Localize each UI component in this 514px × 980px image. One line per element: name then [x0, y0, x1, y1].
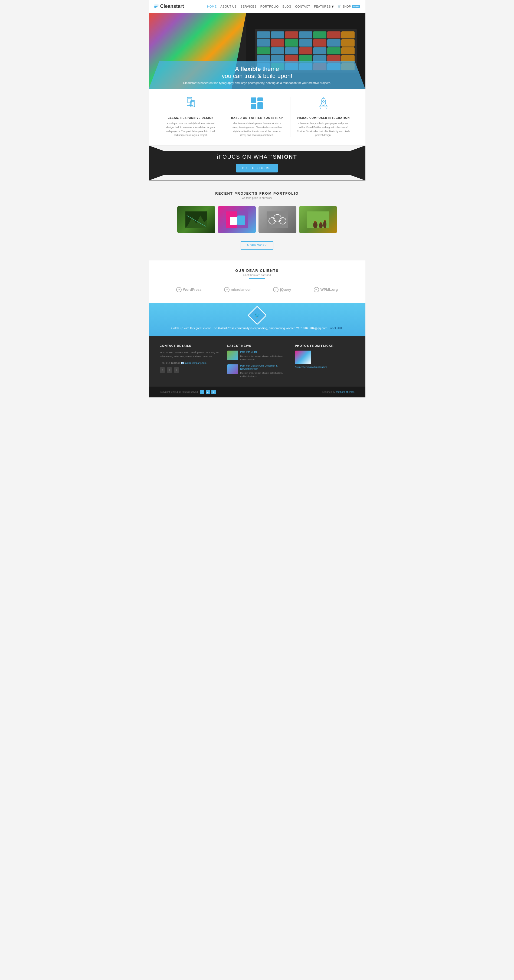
- logo[interactable]: Cleanstart: [154, 3, 184, 9]
- feature-composer-desc: Cleanstart lets you build your pages and…: [297, 122, 350, 137]
- copyright-text: Copyright ©2014 all rights reserved: [160, 391, 198, 393]
- hero-description: Cleanstart is based on fine typography a…: [154, 81, 360, 85]
- svg-rect-24: [237, 215, 245, 225]
- footer-phone: (+36) 210 1234567 📧 mail@company.com: [160, 361, 219, 365]
- clients-title: OUR DEAR CLIENTS: [154, 269, 360, 273]
- hero-title: A flexible theme you can trust & build u…: [154, 65, 360, 80]
- portfolio-image-3: [258, 206, 296, 233]
- portfolio-item-1[interactable]: [177, 206, 215, 233]
- logo-text: Cleanstart: [160, 3, 184, 9]
- feature-composer: Visual Composer Integration Cleanstart l…: [294, 97, 353, 137]
- clients-subtitle: all of them are satisfied: [154, 274, 360, 277]
- mobile-icon: [183, 97, 199, 113]
- portfolio-item-4[interactable]: [299, 206, 337, 233]
- client-wordpress: W WordPress: [176, 287, 201, 293]
- portfolio-image-2: [218, 206, 256, 233]
- clients-logos: W WordPress m microlancer j jQuery W WPM…: [154, 284, 360, 295]
- footer-bottom-facebook-icon[interactable]: f: [200, 390, 204, 394]
- new-badge: NEW!: [352, 5, 360, 8]
- nav-contact[interactable]: CONTACT: [295, 5, 310, 8]
- hero-title-bold: flexible: [240, 65, 261, 72]
- client-jquery: j jQuery: [273, 287, 291, 293]
- hero-section: A flexible theme you can trust & build u…: [149, 13, 365, 89]
- portfolio-grid: [154, 206, 360, 233]
- footer-social-icons: f t p: [160, 368, 219, 373]
- feature-composer-title: Visual Composer Integration: [297, 116, 350, 119]
- footer-contact-title: CONTACT DETAILS: [160, 344, 219, 347]
- feature-bootstrap: BASED ON TWITTER BOOTSTRAP The front-end…: [228, 97, 286, 137]
- hero-overlay: A flexible theme you can trust & build u…: [149, 60, 365, 89]
- footer-email[interactable]: mail@company.com: [185, 362, 207, 364]
- svg-rect-23: [230, 217, 237, 225]
- wpml-icon: W: [314, 287, 319, 293]
- chevron-down-icon: ▾: [331, 4, 334, 9]
- news-excerpt-2: Duis est enim, feugiat sit amet sollicit…: [240, 371, 287, 378]
- footer: CONTACT DETAILS PLETHORA THEMES Web Deve…: [149, 336, 365, 387]
- footer-news-title: LATEST NEWS: [228, 344, 287, 347]
- flickr-link[interactable]: Duis est enim mattis interdum...: [295, 366, 355, 368]
- flickr-image: [295, 351, 311, 364]
- portfolio-section: RECENT PROJECTS FROM PORTFOLIO we take p…: [149, 181, 365, 261]
- feature-bootstrap-desc: The front-end development framework with…: [231, 122, 284, 137]
- credit-link[interactable]: Plethora Themes: [336, 391, 354, 393]
- svg-rect-9: [251, 104, 256, 109]
- nav-home[interactable]: HOME: [207, 5, 216, 8]
- svg-line-17: [326, 107, 326, 109]
- facebook-icon[interactable]: f: [160, 368, 165, 373]
- news-thumb-1: [228, 351, 238, 360]
- news-link-2[interactable]: Post with Classic Grid Collection & News…: [240, 364, 287, 371]
- footer-bottom-twitter-icon[interactable]: t: [212, 390, 216, 394]
- twitter-section: 🐦 Catch up with this great event! The #W…: [149, 303, 365, 336]
- dark-banner-section: iFOUCS ON WHAT'SMIONT BUT THIS THEME!: [149, 146, 365, 181]
- dark-banner-title: iFOUCS ON WHAT'SMIONT: [154, 154, 360, 160]
- portfolio-item-3[interactable]: [258, 206, 296, 233]
- svg-point-10: [321, 98, 326, 106]
- nav-shop[interactable]: 🛒 SHOP NEW!: [337, 5, 360, 8]
- svg-line-12: [326, 104, 327, 107]
- twitter-icon[interactable]: t: [167, 368, 172, 373]
- tweet-url-link[interactable]: Tweet URL: [328, 326, 343, 330]
- wordpress-icon: W: [176, 287, 181, 293]
- portfolio-subtitle: we take pride in our work: [154, 197, 360, 199]
- svg-rect-6: [251, 97, 256, 103]
- svg-point-34: [320, 222, 321, 223]
- theme-button[interactable]: BUT THIS THEME!: [236, 164, 278, 172]
- twitter-bird-icon: 🐦: [254, 312, 260, 318]
- feature-responsive: CLEAN, RESPONSIVE DESIGN A multipurpose …: [162, 97, 220, 137]
- svg-rect-7: [258, 97, 263, 101]
- footer-bottom-print-icon[interactable]: p: [206, 390, 210, 394]
- news-link-1[interactable]: Post with Slider: [240, 351, 287, 354]
- microlancer-icon: m: [224, 287, 229, 293]
- svg-point-35: [324, 220, 326, 221]
- footer-contact: CONTACT DETAILS PLETHORA THEMES Web Deve…: [160, 344, 219, 381]
- svg-rect-4: [191, 102, 194, 105]
- svg-line-16: [320, 107, 321, 109]
- portfolio-item-2[interactable]: [218, 206, 256, 233]
- nav-portfolio[interactable]: PORTFOLIO: [260, 5, 279, 8]
- clients-section: OUR DEAR CLIENTS all of them are satisfi…: [149, 261, 365, 303]
- client-wpml: W WPML.org: [314, 287, 338, 293]
- svg-rect-25: [267, 212, 288, 228]
- nav-services[interactable]: SERVICES: [240, 5, 256, 8]
- nav-blog[interactable]: BLOG: [283, 5, 291, 8]
- footer-bottom-icons: f p t: [200, 390, 216, 394]
- grid-icon: [249, 97, 265, 113]
- nav-about[interactable]: ABOUT US: [220, 5, 237, 8]
- cart-icon: 🛒: [337, 5, 341, 8]
- footer-credit: Designed by Plethora Themes: [322, 391, 355, 393]
- features-section: CLEAN, RESPONSIVE DESIGN A multipurpose …: [149, 89, 365, 146]
- news-content-1: Post with Slider Duis est enim, feugiat …: [240, 351, 287, 361]
- flickr-thumbnail[interactable]: [295, 351, 311, 364]
- news-thumb-2: [228, 364, 238, 374]
- more-work-button[interactable]: MORE WORK: [240, 241, 274, 250]
- footer-company: PLETHORA THEMES Web Development Company …: [160, 351, 219, 359]
- client-microlancer: m microlancer: [224, 287, 251, 293]
- footer-flickr-title: PHOTOS FROM FLICKR: [295, 344, 355, 347]
- nav-features[interactable]: FEATURES ▾: [314, 4, 334, 9]
- svg-line-11: [319, 104, 321, 107]
- print-icon[interactable]: p: [174, 368, 179, 373]
- nav-features-link[interactable]: FEATURES: [314, 5, 331, 8]
- footer-news: LATEST NEWS Post with Slider Duis est en…: [228, 344, 287, 381]
- rocket-icon: [315, 97, 331, 113]
- portfolio-title: RECENT PROJECTS FROM PORTFOLIO: [154, 191, 360, 196]
